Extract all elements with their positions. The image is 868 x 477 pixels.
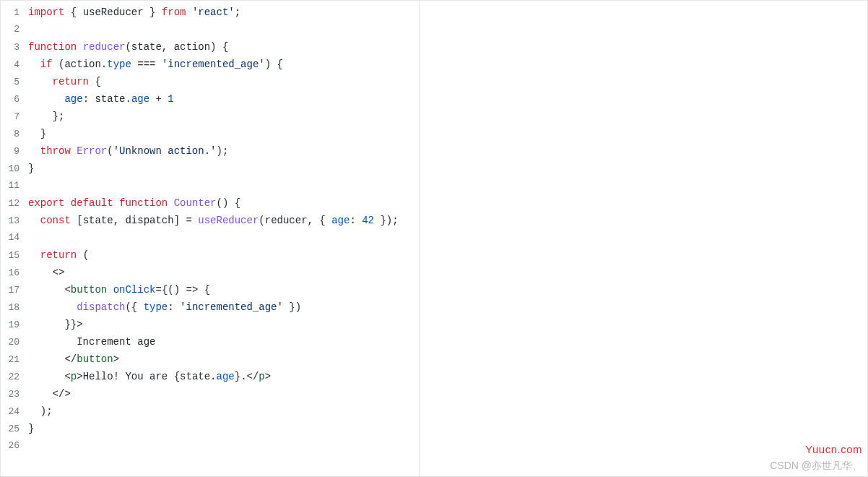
code-line[interactable]: 23 </> <box>1 385 419 403</box>
code-line[interactable]: 9 throw Error('Unknown action.'); <box>1 142 419 160</box>
code-line[interactable]: 18 dispatch({ type: 'incremented_age' }) <box>1 298 419 316</box>
token-id: age <box>131 93 149 105</box>
token-fn: useReducer <box>198 215 259 226</box>
code-line[interactable]: 15 return ( <box>1 246 419 264</box>
line-number: 19 <box>1 317 28 334</box>
token-punc: ; <box>58 111 64 122</box>
code-line[interactable]: 11 <box>1 177 419 194</box>
token-op: = <box>186 215 192 226</box>
code-content[interactable]: } <box>28 160 419 177</box>
token-punc: ) <box>216 145 222 157</box>
code-content[interactable]: return ( <box>28 246 419 264</box>
token-kw: default <box>71 197 113 209</box>
code-content[interactable]: ); <box>28 403 419 420</box>
code-line[interactable]: 14 <box>1 229 419 246</box>
token-id: age <box>331 215 350 226</box>
code-line[interactable]: 25} <box>1 420 419 437</box>
token-punc: , <box>113 215 119 226</box>
code-content[interactable]: function reducer(state, action) { <box>28 38 419 56</box>
code-line[interactable]: 8 } <box>1 125 419 142</box>
code-content[interactable]: const [state, dispatch] = useReducer(red… <box>28 212 419 229</box>
code-content[interactable]: dispatch({ type: 'incremented_age' }) <box>28 298 419 316</box>
code-line[interactable]: 17 <button onClick={() => { <box>1 281 419 298</box>
code-line[interactable]: 13 const [state, dispatch] = useReducer(… <box>1 212 419 229</box>
token-punc: : <box>168 301 173 313</box>
token-fn: Counter <box>174 197 217 209</box>
code-content[interactable]: }; <box>28 108 419 125</box>
token-pl <box>28 319 64 330</box>
code-line[interactable]: 24 ); <box>1 403 419 420</box>
code-line[interactable]: 16 <> <box>1 264 419 281</box>
code-content[interactable]: throw Error('Unknown action.'); <box>28 142 419 160</box>
token-punc: > <box>77 319 82 330</box>
code-line[interactable]: 21 </button> <box>1 351 419 368</box>
line-number: 4 <box>1 56 28 74</box>
line-number: 1 <box>1 4 28 22</box>
token-pl: action <box>168 41 210 53</box>
code-content[interactable]: <p>Hello! You are {state.age}.</p> <box>28 368 419 385</box>
code-line[interactable]: 5 return { <box>1 73 419 90</box>
token-pl <box>28 267 53 278</box>
code-content[interactable]: } <box>28 420 419 437</box>
code-line[interactable]: 7 }; <box>1 108 419 125</box>
token-punc: ( <box>125 301 131 313</box>
code-content[interactable]: import { useReducer } from 'react'; <box>28 4 419 21</box>
code-content[interactable]: age: state.age + 1 <box>28 90 419 108</box>
token-punc: ( <box>125 41 131 53</box>
code-content[interactable]: Increment age <box>28 333 419 351</box>
token-pl: reducer <box>265 215 308 226</box>
code-content[interactable]: </> <box>28 385 419 403</box>
token-punc: ( <box>83 249 89 261</box>
line-number: 12 <box>1 195 28 212</box>
code-content[interactable]: </button> <box>28 351 419 368</box>
token-pl <box>28 301 77 313</box>
code-content[interactable]: }}> <box>28 316 419 333</box>
token-op: => <box>186 284 199 296</box>
token-punc: . <box>210 371 216 382</box>
token-kw: export <box>28 197 64 209</box>
code-line[interactable]: 3function reducer(state, action) { <box>1 38 419 56</box>
token-id: age <box>217 371 235 382</box>
code-content[interactable]: export default function Counter() { <box>28 194 419 212</box>
code-content[interactable]: } <box>28 125 419 142</box>
code-line[interactable]: 1import { useReducer } from 'react'; <box>1 4 419 21</box>
token-id: age <box>64 93 82 105</box>
token-pl: state <box>180 371 210 382</box>
token-punc: ) <box>386 215 392 226</box>
code-content[interactable]: <> <box>28 264 419 281</box>
line-number: 11 <box>1 177 28 194</box>
line-number: 17 <box>1 282 28 299</box>
token-str: 'react' <box>192 7 235 18</box>
token-pl <box>28 76 53 87</box>
code-content[interactable]: <button onClick={() => { <box>28 281 419 298</box>
code-line[interactable]: 12export default function Counter() { <box>1 194 419 212</box>
line-number: 9 <box>1 143 28 160</box>
token-punc: } <box>71 319 77 330</box>
code-content[interactable]: return { <box>28 73 419 90</box>
token-pl: useReducer <box>77 7 149 18</box>
token-pl <box>77 41 82 53</box>
token-punc: > <box>113 353 119 365</box>
token-pl <box>28 249 40 261</box>
token-punc: { <box>222 41 228 53</box>
code-content[interactable]: if (action.type === 'incremented_age') { <box>28 56 419 73</box>
token-kw: const <box>40 215 71 226</box>
code-line[interactable]: 22 <p>Hello! You are {state.age}.</p> <box>1 368 419 385</box>
token-punc: } <box>28 163 34 174</box>
token-attr: onClick <box>113 284 156 296</box>
token-pl <box>155 7 161 18</box>
token-pl: Increment age <box>28 336 155 348</box>
code-line[interactable]: 2 <box>1 21 419 38</box>
token-punc: < <box>247 371 253 382</box>
code-line[interactable]: 20 Increment age <box>1 333 419 351</box>
code-line[interactable]: 19 }}> <box>1 316 419 333</box>
code-line[interactable]: 10} <box>1 160 419 177</box>
token-tag: p <box>71 371 77 382</box>
code-line[interactable]: 26 <box>1 437 419 455</box>
token-pl <box>28 111 53 122</box>
token-punc: > <box>265 371 271 382</box>
code-line[interactable]: 6 age: state.age + 1 <box>1 90 419 108</box>
code-editor-pane[interactable]: 1import { useReducer } from 'react';23fu… <box>1 1 420 476</box>
code-line[interactable]: 4 if (action.type === 'incremented_age')… <box>1 56 419 73</box>
line-number: 6 <box>1 91 28 108</box>
